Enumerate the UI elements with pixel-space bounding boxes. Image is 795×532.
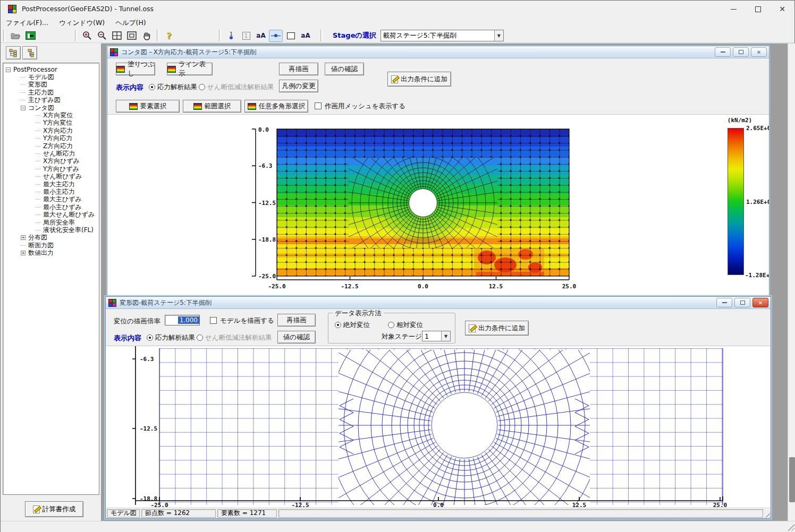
expand-icon[interactable]: + <box>21 235 26 240</box>
dropdown-arrow-icon[interactable]: ▼ <box>441 331 450 341</box>
stress-result-radio[interactable] <box>147 334 153 341</box>
x-tick-label: 0.0 <box>433 502 444 508</box>
font-size-button-2[interactable]: aA <box>299 30 312 42</box>
deform-close-button[interactable]: ✕ <box>752 298 768 307</box>
x-tick-label: -25.0 <box>150 502 168 508</box>
shear-result-radio[interactable] <box>199 84 205 90</box>
add-output-button[interactable]: 出力条件に追加 <box>387 72 451 87</box>
mdi-vertical-scrollbar[interactable] <box>788 44 795 521</box>
tree-item-numeric-output[interactable]: +数値出力 <box>3 249 99 256</box>
app-window: PostProcessor(GeoFEAS2D) - Tunnel.oss ✕ … <box>0 0 795 532</box>
minimize-button[interactable] <box>721 1 746 18</box>
fill-display-button[interactable]: 塗りつぶし <box>116 63 155 75</box>
redraw-button[interactable]: 再描画 <box>279 63 318 75</box>
zoom-window-icon <box>127 31 137 40</box>
line-display-button[interactable]: ライン表示 <box>167 63 213 75</box>
contour-restore-button[interactable] <box>733 47 749 57</box>
shear-result-radio[interactable] <box>197 334 203 341</box>
check-value-button[interactable]: 値の確認 <box>325 63 364 75</box>
deform-window-titlebar[interactable]: 変形図-載荷ステージ5:下半掘削 ✕ <box>106 297 771 309</box>
zoom-in-button[interactable] <box>80 30 94 42</box>
collapse-icon[interactable]: − <box>21 106 26 110</box>
x-tick-label: 12.5 <box>489 283 503 290</box>
absolute-displacement-radio[interactable] <box>335 322 341 328</box>
collapse-icon[interactable]: − <box>6 67 11 72</box>
redraw-button[interactable]: 再描画 <box>277 314 316 327</box>
menu-help[interactable]: ヘルプ(H) <box>110 18 151 29</box>
pan-button[interactable] <box>140 30 154 42</box>
deform-plot-area: -6.3 -12.5 -18.8 -25.0 -12.5 0.0 12.5 25… <box>106 346 771 508</box>
node-number-toggle[interactable]: 1 <box>224 30 238 42</box>
tree-item-liquefaction-fl[interactable]: 液状化安全率(FL) <box>3 226 99 234</box>
shear-result-label: せん断低減法解析結果 <box>205 333 272 342</box>
left-panel: −PostProcessor モデル図 変形図 主応力図 主ひずみ図 −コンタ図… <box>1 44 102 521</box>
scale-input[interactable]: 1.000 <box>165 315 200 325</box>
element-display-toggle[interactable] <box>284 30 298 42</box>
contour-minimize-button[interactable] <box>715 47 731 57</box>
toolbar-separator <box>157 30 159 41</box>
check-value-button[interactable]: 値の確認 <box>277 331 316 344</box>
contour-window: コンタ図－X方向応力-載荷ステージ5:下半掘削 ✕ 塗りつぶし ライン表示 再描… <box>107 46 769 296</box>
tree-layout-button-1[interactable] <box>6 46 21 59</box>
zoom-out-icon <box>97 31 107 40</box>
contour-close-button[interactable]: ✕ <box>751 47 767 57</box>
layers-icon <box>193 103 202 110</box>
x-tick-label: 25.0 <box>562 283 577 290</box>
status-mode: モデル図 <box>107 509 140 518</box>
menu-window[interactable]: ウィンドウ(W) <box>54 18 110 29</box>
shear-result-label: せん断低減法解析結果 <box>207 83 274 92</box>
deform-restore-button[interactable] <box>734 298 750 307</box>
element-select-button[interactable]: 要素選択 <box>116 100 180 113</box>
help-button[interactable]: ? <box>162 30 176 42</box>
y-tick-label: 0.0 <box>258 126 269 133</box>
fit-view-button[interactable] <box>110 30 124 42</box>
data-display-group: データ表示方法 絶対変位 相対変位 対象ステージ 1 ▼ <box>328 313 455 344</box>
node-display-toggle[interactable] <box>269 30 283 42</box>
resize-grip[interactable] <box>763 511 770 518</box>
help-icon: ? <box>166 31 171 41</box>
relative-displacement-radio[interactable] <box>388 322 394 328</box>
target-stage-combo[interactable]: 1 ▼ <box>422 331 451 341</box>
zoom-out-button[interactable] <box>95 30 109 42</box>
font-size-button[interactable]: aA <box>254 30 268 42</box>
scale-value: 1.000 <box>178 316 199 324</box>
maximize-button[interactable] <box>746 1 770 18</box>
scrollbar-thumb[interactable] <box>789 457 795 502</box>
toolbar-separator <box>3 30 5 41</box>
deform-controls: 変位の描画倍率 1.000 モデルを描画する 再描画 表示内容 応力解析結果 せ… <box>106 309 771 346</box>
contour-window-titlebar[interactable]: コンタ図－X方向応力-載荷ステージ5:下半掘削 ✕ <box>107 46 769 58</box>
create-report-button[interactable]: 計算書作成 <box>25 501 83 517</box>
expand-icon[interactable]: + <box>21 251 26 255</box>
polygon-select-button[interactable]: 任意多角形選択 <box>244 100 308 113</box>
tree-layout-button-2[interactable] <box>22 46 37 59</box>
relative-displacement-label: 相対変位 <box>396 321 423 330</box>
stress-result-radio[interactable] <box>149 84 155 90</box>
zoom-window-button[interactable] <box>125 30 139 42</box>
status-element-count: 要素数 = 1271 <box>217 509 277 518</box>
menubar: ファイル(F)... ウィンドウ(W) ヘルプ(H) <box>1 18 794 29</box>
open-file-button[interactable] <box>9 30 22 42</box>
toolbar: ? 1 1 aA aA Stageの選択 載荷ステージ5:下半掘削 ▼ <box>1 29 794 43</box>
window-resize-grip[interactable] <box>786 523 794 531</box>
add-output-button[interactable]: 出力条件に追加 <box>465 321 529 336</box>
tree-item-model[interactable]: モデル図 <box>3 73 99 81</box>
close-button[interactable]: ✕ <box>770 1 794 18</box>
stage-select-combo[interactable]: 載荷ステージ5:下半掘削 ▼ <box>380 30 504 41</box>
export-model-button[interactable] <box>23 30 37 42</box>
dropdown-arrow-icon[interactable]: ▼ <box>494 30 503 41</box>
draw-mesh-label: 作画用メッシュを表示する <box>325 102 405 111</box>
element-rect-icon <box>287 32 295 39</box>
notepad-pencil-icon <box>33 505 40 513</box>
draw-mesh-checkbox[interactable] <box>315 102 322 109</box>
menu-file[interactable]: ファイル(F)... <box>1 18 54 29</box>
scale-label: 変位の描画倍率 <box>114 317 160 326</box>
element-number-toggle[interactable]: 1 <box>239 30 253 42</box>
legend-max: 2.65E+002 <box>746 125 769 132</box>
range-select-button[interactable]: 範囲選択 <box>183 100 241 113</box>
target-stage-label: 対象ステージ <box>382 332 422 341</box>
deform-minimize-button[interactable] <box>716 298 732 307</box>
target-stage-value: 1 <box>422 332 441 340</box>
legend-change-button[interactable]: 凡例の変更 <box>279 80 318 92</box>
draw-model-checkbox[interactable] <box>210 317 217 324</box>
legend-unit: (kN/m2) <box>718 117 761 124</box>
